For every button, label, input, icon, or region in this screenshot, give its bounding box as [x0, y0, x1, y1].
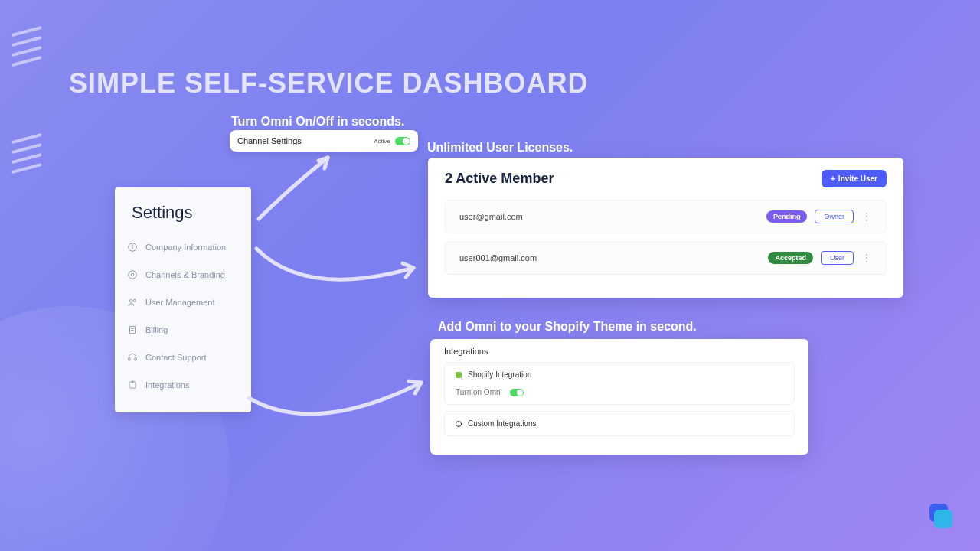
- shopify-icon: [456, 372, 462, 378]
- turn-on-omni-label: Turn on Omni: [456, 388, 502, 396]
- settings-item-channels[interactable]: Channels & Branding: [115, 261, 251, 289]
- settings-item-label: Integrations: [145, 380, 189, 390]
- puzzle-icon: [127, 380, 138, 390]
- brand-logo-icon: [925, 502, 956, 533]
- shopify-integration-label: Shopify Integration: [468, 370, 531, 379]
- channel-status-text: Active: [374, 138, 390, 145]
- caption-shopify: Add Omni to your Shopify Theme in second…: [438, 320, 697, 334]
- kebab-icon[interactable]: ⋮: [861, 210, 872, 223]
- svg-rect-15: [934, 510, 952, 528]
- settings-item-label: Channels & Branding: [145, 270, 225, 279]
- svg-point-6: [133, 299, 136, 302]
- page-headline: SIMPLE SELF-SERVICE DASHBOARD: [69, 67, 588, 99]
- member-role-pill[interactable]: User: [821, 251, 854, 265]
- svg-rect-11: [135, 358, 136, 361]
- member-email: user@gmail.com: [459, 212, 523, 221]
- invite-user-label: Invite User: [838, 174, 877, 183]
- svg-point-4: [131, 273, 134, 276]
- info-icon: [127, 242, 138, 253]
- integrations-title: Integrations: [444, 347, 795, 356]
- eye-icon: [127, 269, 138, 280]
- decorative-arrow: [245, 375, 429, 439]
- caption-licenses: Unlimited User Licenses.: [427, 141, 573, 155]
- settings-item-support[interactable]: Contact Support: [115, 344, 251, 371]
- member-role-pill[interactable]: Owner: [815, 210, 854, 223]
- globe-icon: [456, 421, 462, 427]
- channel-active-toggle[interactable]: [395, 137, 410, 145]
- settings-item-label: Billing: [145, 325, 168, 334]
- headset-icon: [127, 352, 138, 363]
- users-icon: [127, 297, 138, 308]
- settings-title: Settings: [115, 198, 251, 233]
- members-card: 2 Active Member + Invite User user@gmail…: [428, 158, 903, 298]
- custom-integrations-label: Custom Integrations: [468, 419, 537, 428]
- svg-point-3: [129, 271, 137, 279]
- svg-point-5: [130, 300, 133, 303]
- receipt-icon: [127, 324, 138, 335]
- settings-item-label: Company Information: [145, 243, 226, 252]
- channel-settings-card: Channel Settings Active: [230, 130, 418, 152]
- member-row: user@gmail.com Pending Owner ⋮: [445, 200, 887, 233]
- settings-item-users[interactable]: User Management: [115, 289, 251, 316]
- integrations-card: Integrations Shopify Integration Turn on…: [430, 339, 808, 455]
- settings-item-integrations[interactable]: Integrations: [115, 371, 251, 399]
- decorative-arrow: [253, 245, 421, 309]
- settings-item-label: User Management: [145, 298, 215, 307]
- custom-integrations-section[interactable]: Custom Integrations: [444, 411, 795, 436]
- caption-toggle: Turn Omni On/Off in seconds.: [231, 115, 404, 129]
- svg-point-2: [132, 245, 133, 246]
- settings-item-label: Contact Support: [145, 353, 207, 362]
- svg-rect-7: [130, 326, 136, 333]
- invite-user-button[interactable]: + Invite User: [822, 170, 887, 187]
- member-email: user001@gmail.com: [459, 253, 537, 262]
- settings-item-billing[interactable]: Billing: [115, 316, 251, 344]
- members-title: 2 Active Member: [445, 171, 554, 187]
- plus-icon: +: [831, 174, 835, 183]
- shopify-integration-section: Shopify Integration Turn on Omni: [444, 362, 795, 405]
- member-status-badge: Pending: [766, 210, 808, 223]
- svg-rect-10: [129, 358, 130, 361]
- channel-settings-label: Channel Settings: [237, 136, 302, 145]
- turn-on-omni-toggle[interactable]: [510, 389, 524, 396]
- member-row: user001@gmail.com Accepted User ⋮: [445, 241, 887, 275]
- settings-item-company[interactable]: Company Information: [115, 233, 251, 261]
- kebab-icon[interactable]: ⋮: [861, 252, 872, 264]
- decorative-arrow: [251, 150, 351, 230]
- settings-panel: Settings Company Information Channels & …: [115, 187, 251, 412]
- member-status-badge: Accepted: [768, 252, 813, 264]
